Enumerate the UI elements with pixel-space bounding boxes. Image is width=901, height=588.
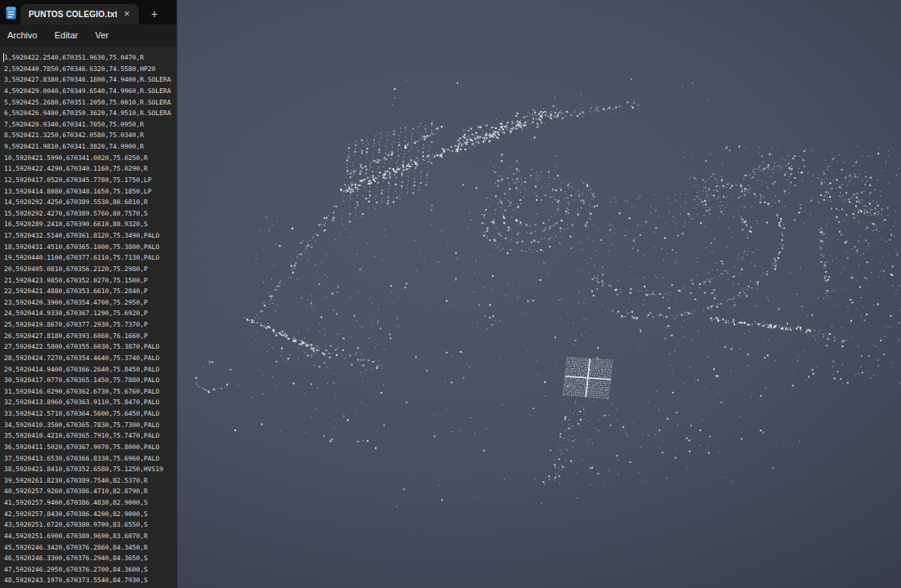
notepad-panel: PUNTOS COLEGIO.txt ✕ + ArchivoEditarVer … bbox=[0, 0, 176, 588]
editor-line: 26,5920427.8180,670393.6060,76.1660,P bbox=[4, 331, 176, 342]
editor-line: 40,5920257.9260,670386.4710,82.8790,R bbox=[4, 486, 176, 497]
tab-title: PUNTOS COLEGIO.txt bbox=[29, 10, 117, 19]
new-tab-button[interactable]: + bbox=[148, 8, 161, 20]
editor-line: 27,5920422.5800,670355.6030,75.3870,PALO bbox=[4, 341, 176, 353]
editor-line: 17,5920432.5140,670361.8120,75.3490,PALO bbox=[4, 230, 176, 242]
editor-line: 13,5920414.8080,670348.1650,75.1850,LP bbox=[4, 186, 176, 198]
menu-item[interactable]: Editar bbox=[54, 29, 79, 42]
editor-line: 41,5920257.9400,670386.4830,82.9000,S bbox=[4, 497, 176, 509]
editor-line: 36,5920411.5020,670367.9070,75.8000,PALO bbox=[4, 442, 176, 453]
editor-line: 34,5920410.3500,670365.7830,75.7300,PALO bbox=[4, 420, 176, 431]
editor-line: 21,5920423.9850,670352.0270,75.1500,P bbox=[4, 275, 176, 287]
editor-line: 31,5920416.0290,670362.6730,75.6760,PALO bbox=[4, 386, 176, 398]
editor-line: 47,5920246.2950,670376.2700,84.3600,S bbox=[4, 564, 176, 576]
viewport-3d[interactable] bbox=[176, 0, 901, 588]
editor-line: 46,5920246.3300,670376.2940,84.3650,S bbox=[4, 553, 176, 564]
tab-puntos-colegio[interactable]: PUNTOS COLEGIO.txt ✕ bbox=[20, 4, 139, 24]
editor-line: 15,5920292.4270,670389.5760,80.7570,S bbox=[4, 208, 176, 220]
editor-line: 19,5920440.1100,670377.6110,75.7130,PALO bbox=[4, 252, 176, 264]
editor-line: 24,5920414.9330,670367.1290,75.6920,P bbox=[4, 308, 176, 319]
menu-item[interactable]: Archivo bbox=[7, 29, 38, 42]
editor-line: 43,5920251.6720,670380.9700,83.6550,S bbox=[4, 519, 176, 531]
editor-line: 1,5920422.2540,670351.9630,75.0470,R bbox=[4, 52, 176, 64]
editor-line: 29,5920414.9400,670366.2640,75.8450,PALO bbox=[4, 364, 176, 376]
point-cloud-canvas[interactable] bbox=[177, 0, 901, 588]
editor-line: 5,5920425.2680,670351.2050,75.0010,R.SOL… bbox=[4, 97, 176, 109]
editor-line: 9,5920421.9810,670341.3820,74.9900,R bbox=[4, 141, 176, 153]
editor-line: 20,5920405.0810,670356.2120,75.2980,P bbox=[4, 264, 176, 275]
editor-line: 48,5920243.1970,670373.5540,84.7930,S bbox=[4, 575, 176, 586]
editor-line: 32,5920413.8960,670363.9110,75.8470,PALO bbox=[4, 397, 176, 408]
editor-line: 4,5920429.0040,670349.6540,74.9960,R.SOL… bbox=[4, 86, 176, 97]
editor-line: 44,5920251.6900,670380.9690,83.6070,R bbox=[4, 531, 176, 542]
close-icon[interactable]: ✕ bbox=[122, 9, 132, 20]
editor-lines: 1,5920422.2540,670351.9630,75.0470,R2,59… bbox=[4, 52, 176, 586]
editor-line: 8,5920421.3250,670342.0580,75.0340,R bbox=[4, 130, 176, 141]
editor-line: 3,5920427.8380,670346.1800,74.9400,R.SOL… bbox=[4, 74, 176, 86]
menu-bar: ArchivoEditarVer bbox=[0, 24, 176, 47]
editor-line: 25,5920419.8670,670377.2930,75.7370,P bbox=[4, 319, 176, 331]
editor-line: 11,5920422.4290,670340.1160,75.0290,R bbox=[4, 163, 176, 175]
editor-line: 2,5920440.7850,670346.6320,74.5580,HP20 bbox=[4, 64, 176, 75]
editor-line: 39,5920261.8230,670389.7540,82.5370,R bbox=[4, 475, 176, 487]
editor-line: 16,5920289.2410,670390.6610,80.9320,S bbox=[4, 219, 176, 230]
editor-line: 14,5920292.4250,670389.5530,80.6810,R bbox=[4, 197, 176, 208]
editor-line: 30,5920417.0770,670365.1450,75.7880,PALO bbox=[4, 375, 176, 386]
editor-line: 35,5920410.4210,670365.7910,75.7470,PALO bbox=[4, 430, 176, 442]
menu-item[interactable]: Ver bbox=[94, 29, 109, 42]
notepad-icon bbox=[6, 7, 16, 20]
editor-line: 12,5920417.0520,670345.7780,75.1750,LP bbox=[4, 175, 176, 186]
app-window: PUNTOS COLEGIO.txt ✕ + ArchivoEditarVer … bbox=[0, 0, 901, 588]
editor-line: 7,5920420.9340,670341.7050,75.0950,R bbox=[4, 119, 176, 131]
editor-line: 10,5920421.5990,670341.0020,75.0250,R bbox=[4, 153, 176, 164]
editor-line: 6,5920426.9400,670350.3620,74.9510,R.SOL… bbox=[4, 108, 176, 119]
text-editor-area[interactable]: 1,5920422.2540,670351.9630,75.0470,R2,59… bbox=[0, 47, 176, 588]
editor-line: 18,5920431.4510,670365.1000,75.3800,PALO bbox=[4, 242, 176, 253]
editor-line: 22,5920421.4880,670353.6610,75.2840,P bbox=[4, 286, 176, 297]
tab-bar: PUNTOS COLEGIO.txt ✕ + bbox=[0, 0, 176, 24]
text-caret bbox=[3, 53, 4, 62]
editor-line: 38,5920421.8410,670352.6580,75.1250,HVS1… bbox=[4, 464, 176, 475]
editor-line: 45,5920246.3420,670376.2860,84.3450,R bbox=[4, 542, 176, 554]
editor-line: 23,5920420.3900,670354.4700,75.2950,P bbox=[4, 297, 176, 309]
editor-line: 33,5920412.5710,670364.5600,75.6450,PALO bbox=[4, 408, 176, 420]
editor-line: 42,5920257.8430,670386.4200,82.9000,S bbox=[4, 509, 176, 520]
editor-line: 37,5920413.6530,670366.8330,75.6960,PALO bbox=[4, 453, 176, 465]
editor-line: 28,5920424.7270,670354.4640,75.3740,PALO bbox=[4, 353, 176, 364]
